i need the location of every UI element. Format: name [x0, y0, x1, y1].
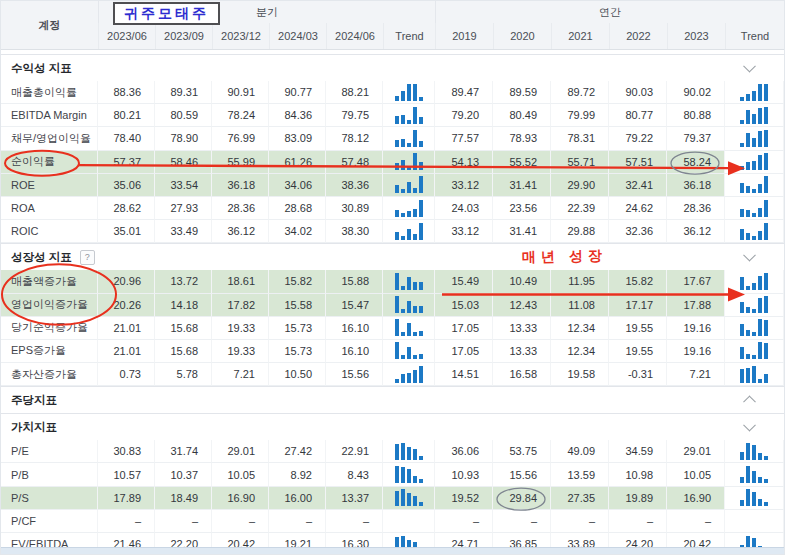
quarter-trend-cell [383, 174, 435, 197]
annual-value-cell: 79.99 [551, 104, 609, 127]
chevron-up-icon[interactable] [743, 396, 756, 409]
row-label: ROIC [1, 220, 98, 243]
quarter-value-cell: 21.01 [98, 317, 155, 340]
quarter-value-cell: 30.83 [98, 440, 155, 463]
trend-mini-chart [395, 443, 423, 460]
quarter-trend-cell [383, 151, 435, 174]
row-label: P/CF [1, 510, 98, 533]
horizontal-scrollbar[interactable] [1, 547, 784, 554]
row-label: EBITDA Margin [1, 104, 98, 127]
quarter-value-cell: 15.47 [326, 294, 383, 317]
annual-value-cell: 17.05 [435, 317, 493, 340]
col-header-annual: 2019 [435, 23, 493, 49]
annual-trend-cell [725, 463, 784, 486]
trend-mini-chart [740, 84, 768, 101]
annual-value-cell: 10.93 [435, 463, 493, 486]
annual-value-cell: 31.41 [493, 174, 551, 197]
quarter-value-cell: 79.75 [326, 104, 383, 127]
quarter-value-cell: 83.09 [269, 127, 326, 150]
row-label: ROA [1, 197, 98, 220]
trend-mini-chart [740, 296, 768, 313]
quarter-value-cell: 78.90 [155, 127, 212, 150]
trend-mini-chart [740, 366, 768, 383]
trend-mini-chart [740, 223, 768, 240]
annual-value-cell: 12.34 [551, 340, 609, 363]
annual-trend-cell [725, 104, 784, 127]
annual-value-cell: 29.01 [667, 440, 725, 463]
annual-value-cell: 13.33 [493, 340, 551, 363]
quarter-value-cell: 15.88 [326, 270, 383, 293]
quarter-value-cell: 27.93 [155, 197, 212, 220]
quarter-value-cell: 61.26 [269, 151, 326, 174]
annual-value-cell: 19.55 [609, 317, 667, 340]
quarter-value-cell: 16.00 [269, 487, 326, 510]
annual-value-cell: – [551, 510, 609, 533]
annual-value-cell: 17.17 [609, 294, 667, 317]
annual-value-cell: 7.21 [667, 363, 725, 386]
trend-mini-chart [740, 273, 768, 290]
annual-value-cell: – [609, 510, 667, 533]
annual-value-cell: 80.49 [493, 104, 551, 127]
section-header[interactable]: 성장성 지표? [1, 243, 784, 270]
trend-mini-chart [395, 107, 423, 124]
annual-value-cell: 27.35 [551, 487, 609, 510]
help-icon[interactable]: ? [80, 250, 95, 265]
section-header[interactable]: 주당지표 [1, 386, 784, 413]
quarter-value-cell: 18.61 [212, 270, 269, 293]
quarter-value-cell: 15.56 [326, 363, 383, 386]
annual-value-cell: 89.59 [493, 81, 551, 104]
row-label: 매출액증가율 [1, 270, 98, 293]
table-row: EBITDA Margin80.2180.5978.2484.3679.7579… [1, 104, 784, 127]
annual-trend-cell [725, 487, 784, 510]
annual-value-cell: 19.55 [609, 340, 667, 363]
quarter-value-cell: 57.37 [98, 151, 155, 174]
annual-trend-cell [725, 294, 784, 317]
quarter-trend-cell [383, 340, 435, 363]
quarter-value-cell: 28.62 [98, 197, 155, 220]
trend-mini-chart [740, 489, 768, 506]
quarter-value-cell: 10.05 [212, 463, 269, 486]
trend-mini-chart [395, 130, 423, 147]
annual-value-cell: 19.52 [435, 487, 493, 510]
quarter-value-cell: – [269, 510, 326, 533]
annual-value-cell: 90.03 [609, 81, 667, 104]
annual-value-cell: 10.05 [667, 463, 725, 486]
quarter-value-cell: 55.99 [212, 151, 269, 174]
annual-value-cell: 12.43 [493, 294, 551, 317]
quarter-value-cell: 31.74 [155, 440, 212, 463]
annual-value-cell: 11.95 [551, 270, 609, 293]
annual-value-cell: 55.52 [493, 151, 551, 174]
quarter-value-cell: 15.58 [269, 294, 326, 317]
annual-value-cell: 28.36 [667, 197, 725, 220]
chevron-down-icon[interactable] [743, 60, 756, 73]
annual-value-cell: 54.13 [435, 151, 493, 174]
chevron-down-icon[interactable] [743, 419, 756, 432]
table-row: 순이익률57.3758.4655.9961.2657.4854.1355.525… [1, 151, 784, 174]
annual-value-cell: 17.88 [667, 294, 725, 317]
quarter-value-cell: 80.21 [98, 104, 155, 127]
table-row: 당기순익증가율21.0115.6819.3315.7316.1017.0513.… [1, 317, 784, 340]
chevron-down-icon[interactable] [743, 249, 756, 262]
annual-trend-cell [725, 510, 784, 533]
annual-value-cell: 77.57 [435, 127, 493, 150]
table-row: P/S17.8918.4916.9016.0013.3719.5229.8427… [1, 487, 784, 510]
quarter-value-cell: 10.57 [98, 463, 155, 486]
quarter-value-cell: 57.48 [326, 151, 383, 174]
quarter-value-cell: 19.33 [212, 340, 269, 363]
quarter-value-cell: 20.26 [98, 294, 155, 317]
section-header[interactable]: 가치지표 [1, 413, 784, 440]
trend-mini-chart [740, 466, 768, 483]
quarter-value-cell: 33.54 [155, 174, 212, 197]
col-header-annual: 2022 [609, 23, 667, 49]
annual-value-cell: 19.16 [667, 340, 725, 363]
quarter-value-cell: 16.10 [326, 340, 383, 363]
growth-note-annotation: 매년 성장 [522, 248, 607, 267]
section-header[interactable]: 수익성 지표 [1, 54, 784, 81]
annual-value-cell: 49.09 [551, 440, 609, 463]
annual-value-cell: 89.47 [435, 81, 493, 104]
trend-mini-chart [395, 153, 423, 170]
trend-mini-chart [740, 342, 768, 359]
trend-mini-chart [395, 176, 423, 193]
row-label: P/B [1, 463, 98, 486]
annual-value-cell: 32.36 [609, 220, 667, 243]
